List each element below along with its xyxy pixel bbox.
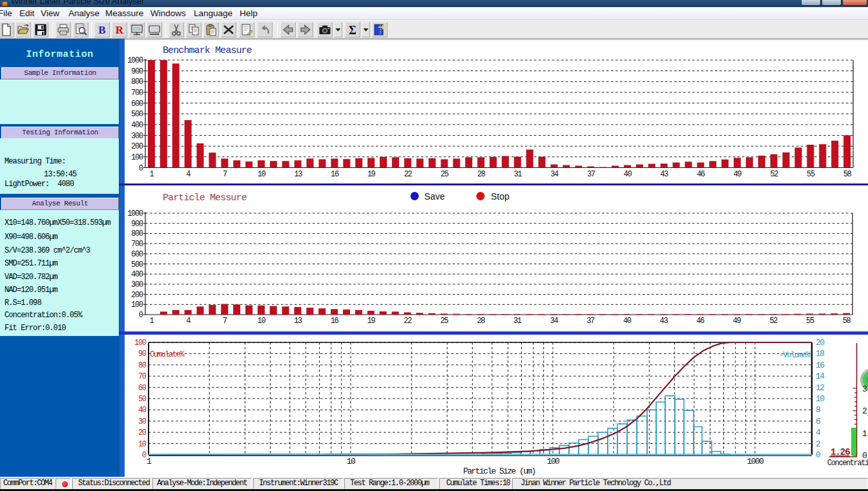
svg-text:55: 55 [807,170,815,179]
svg-text:Particle Messure: Particle Messure [163,193,247,204]
svg-text:200: 200 [131,142,143,151]
svg-text:70: 70 [138,372,147,381]
svg-text:3: 3 [862,384,867,394]
svg-text:200: 200 [131,291,143,300]
svg-text:20: 20 [138,428,147,437]
svg-text:16: 16 [331,317,339,326]
svg-text:37: 37 [587,170,595,179]
svg-text:49: 49 [733,317,741,326]
svg-text:0: 0 [139,311,143,320]
svg-text:31: 31 [513,170,522,179]
svg-text:0: 0 [142,451,147,460]
svg-text:1000: 1000 [127,56,143,65]
svg-text:16: 16 [816,360,824,370]
svg-text:10: 10 [347,457,355,466]
svg-text:800: 800 [131,78,143,87]
svg-text:0: 0 [816,450,820,460]
svg-text:30: 30 [138,417,147,426]
svg-text:7: 7 [223,170,227,179]
svg-text:Particle Size (um): Particle Size (um) [463,466,535,476]
svg-text:Concentration: Concentration [827,459,868,468]
svg-text:800: 800 [131,229,143,238]
svg-text:900: 900 [131,220,143,229]
svg-text:18: 18 [816,349,824,359]
svg-text:2: 2 [816,439,820,449]
svg-text:46: 46 [697,170,705,179]
svg-text:22: 22 [404,170,412,179]
svg-text:300: 300 [131,132,143,141]
svg-text:1.26: 1.26 [831,447,850,457]
svg-text:400: 400 [131,270,143,279]
svg-text:40: 40 [624,170,632,179]
svg-text:55: 55 [806,317,814,326]
svg-text:1: 1 [149,317,154,326]
svg-text:12: 12 [816,383,824,393]
svg-text:2: 2 [862,406,867,416]
svg-text:43: 43 [660,317,668,326]
svg-text:46: 46 [696,317,705,326]
svg-text:7: 7 [223,317,227,326]
svg-text:10: 10 [138,440,147,449]
svg-text:1: 1 [862,429,867,439]
svg-text:49: 49 [734,170,742,179]
svg-text:25: 25 [440,170,449,179]
svg-text:-Volume%: -Volume% [780,351,811,360]
svg-text:10: 10 [258,317,266,326]
svg-text:100: 100 [134,339,147,348]
svg-text:25: 25 [440,317,449,326]
svg-text:20: 20 [816,338,824,348]
svg-text:40: 40 [138,406,147,415]
svg-text:19: 19 [367,170,376,179]
svg-text:80: 80 [138,361,147,370]
svg-text:1000: 1000 [127,209,143,218]
svg-text:90: 90 [138,350,147,359]
svg-text:43: 43 [660,170,668,179]
svg-text:1: 1 [147,457,152,466]
svg-text:13: 13 [294,317,302,326]
svg-text:10: 10 [816,394,824,404]
svg-text:Cumulate%: Cumulate% [150,350,185,359]
svg-text:900: 900 [131,67,143,76]
svg-text:52: 52 [770,170,778,179]
svg-text:500: 500 [131,110,143,119]
svg-text:300: 300 [131,280,143,289]
svg-text:34: 34 [550,170,559,179]
svg-text:22: 22 [404,317,412,326]
svg-text:Benchmark Measure: Benchmark Measure [163,45,253,56]
svg-text:19: 19 [367,317,375,326]
svg-text:50: 50 [138,395,147,404]
svg-text:600: 600 [131,250,143,259]
svg-text:8: 8 [816,405,820,415]
svg-text:0: 0 [139,164,143,173]
svg-text:60: 60 [138,384,147,393]
svg-text:37: 37 [586,317,595,326]
svg-text:58: 58 [843,170,852,179]
svg-text:28: 28 [477,317,485,326]
svg-text:14: 14 [816,371,825,381]
svg-text:4: 4 [186,170,191,179]
svg-text:1: 1 [149,170,154,179]
svg-text:4: 4 [186,317,191,326]
svg-text:13: 13 [294,170,302,179]
svg-text:34: 34 [550,317,559,326]
svg-text:700: 700 [131,240,143,249]
svg-text:100: 100 [547,457,559,466]
svg-text:Save: Save [424,191,445,202]
svg-text:10: 10 [258,170,266,179]
svg-text:100: 100 [131,153,143,162]
svg-text:700: 700 [131,89,143,98]
svg-text:58: 58 [843,317,851,326]
svg-text:16: 16 [331,170,339,179]
svg-text:100: 100 [131,300,143,309]
svg-text:1000: 1000 [747,457,764,466]
svg-text:4: 4 [816,428,821,437]
svg-text:31: 31 [513,317,522,326]
svg-text:28: 28 [477,170,486,179]
svg-text:600: 600 [131,99,143,109]
svg-text:40: 40 [623,317,632,326]
svg-text:Stop: Stop [491,191,510,202]
svg-text:400: 400 [131,121,143,130]
svg-text:6: 6 [816,417,820,426]
svg-text:500: 500 [131,260,143,269]
svg-text:52: 52 [769,317,778,326]
